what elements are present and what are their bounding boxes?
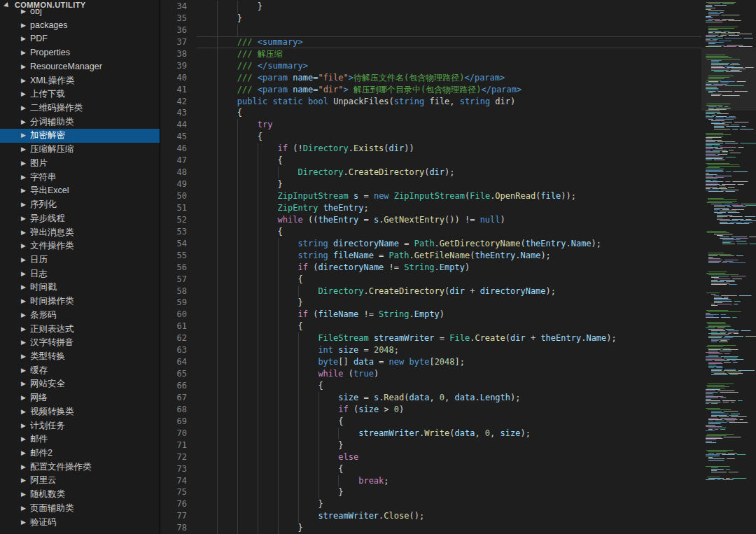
code-line[interactable]: 75 } (160, 486, 701, 498)
sidebar-item-类型转换[interactable]: ▶类型转换 (0, 350, 160, 364)
sidebar-item-图片[interactable]: ▶图片 (0, 157, 160, 171)
code-line[interactable]: 46 if (!Directory.Exists(dir)) (160, 143, 701, 155)
minimap[interactable] (701, 0, 756, 534)
sidebar-item-压缩解压缩[interactable]: ▶压缩解压缩 (0, 143, 160, 157)
code-line[interactable]: 58 Directory.CreateDirectory(dir + direc… (160, 286, 701, 297)
explorer-sidebar: ▶obj▶packages▶PDF▶Properties▶ResourceMan… (0, 0, 160, 534)
code-line[interactable]: 43 { (160, 107, 701, 119)
sidebar-item-视频转换类[interactable]: ▶视频转换类 (0, 405, 160, 419)
sidebar-item-ResourceManager[interactable]: ▶ResourceManager (0, 60, 160, 74)
sidebar-item-导出Excel[interactable]: ▶导出Excel (0, 184, 160, 198)
code-line[interactable]: 67 size = s.Read(data, 0, data.Length); (160, 392, 701, 404)
code-line[interactable]: 36 (160, 24, 701, 36)
code-line[interactable]: 56 if (directoryName != String.Empty) (160, 262, 701, 274)
sidebar-item-文件操作类[interactable]: ▶文件操作类 (0, 239, 160, 253)
sidebar-item-计划任务[interactable]: ▶计划任务 (0, 419, 160, 433)
sidebar-item-序列化[interactable]: ▶序列化 (0, 198, 160, 212)
code-line[interactable]: 38 /// 解压缩 (160, 48, 701, 60)
sidebar-item-日志[interactable]: ▶日志 (0, 267, 160, 281)
code-line[interactable]: 39 /// </summary> (160, 60, 701, 72)
sidebar-item-加密解密[interactable]: ▶加密解密 (0, 129, 160, 143)
sidebar-item-随机数类[interactable]: ▶随机数类 (0, 488, 160, 502)
code-line[interactable]: 47 { (160, 155, 701, 167)
code-line[interactable]: 65 while (true) (160, 368, 701, 380)
code-line[interactable]: 70 streamWriter.Write(data, 0, size); (160, 428, 701, 440)
code-line[interactable]: 76 } (160, 498, 701, 510)
sidebar-item-label: 导出Excel (30, 184, 69, 198)
sidebar-item-邮件2[interactable]: ▶邮件2 (0, 447, 160, 461)
line-number: 72 (160, 451, 197, 463)
code-line[interactable]: 54 string directoryName = Path.GetDirect… (160, 238, 701, 250)
sidebar-item-字符串[interactable]: ▶字符串 (0, 171, 160, 185)
sidebar-item-label: 序列化 (30, 198, 57, 212)
code-line[interactable]: 60 if (fileName != String.Empty) (160, 309, 701, 321)
code-line[interactable]: 37 /// <summary> (160, 36, 701, 48)
code-line[interactable]: 74 break; (160, 475, 701, 487)
chevron-right-icon: ▶ (21, 19, 28, 33)
sidebar-item-页面辅助类[interactable]: ▶页面辅助类 (0, 502, 160, 516)
sidebar-item-分词辅助类[interactable]: ▶分词辅助类 (0, 115, 160, 129)
sidebar-item-汉字转拼音[interactable]: ▶汉字转拼音 (0, 336, 160, 350)
code-line[interactable]: 66 { (160, 380, 701, 392)
code-line[interactable]: 72 else (160, 451, 701, 463)
code-line[interactable]: 53 { (160, 226, 701, 238)
sidebar-item-时间操作类[interactable]: ▶时间操作类 (0, 295, 160, 309)
sidebar-item-上传下载[interactable]: ▶上传下载 (0, 87, 160, 101)
sidebar-item-packages[interactable]: ▶packages (0, 19, 160, 33)
sidebar-item-邮件[interactable]: ▶邮件 (0, 433, 160, 447)
code-line[interactable]: 45 { (160, 131, 701, 143)
code-line[interactable]: 35 } (160, 13, 701, 24)
sidebar-item-条形码[interactable]: ▶条形码 (0, 309, 160, 323)
code-line[interactable]: 48 Directory.CreateDirectory(dir); (160, 167, 701, 178)
code-line[interactable]: 44 try (160, 119, 701, 131)
code-line[interactable]: 57 { (160, 274, 701, 286)
code-line[interactable]: 49 } (160, 178, 701, 190)
code-line[interactable]: 69 { (160, 416, 701, 428)
code-line[interactable]: 61 { (160, 321, 701, 332)
sidebar-item-阿里云[interactable]: ▶阿里云 (0, 474, 160, 488)
code-line[interactable]: 42 public static bool UnpackFiles(string… (160, 96, 701, 108)
sidebar-item-缓存[interactable]: ▶缓存 (0, 364, 160, 378)
code-line-content: /// 解压缩 (197, 48, 701, 60)
code-line[interactable]: 64 byte[] data = new byte[2048]; (160, 356, 701, 368)
sidebar-item-二维码操作类[interactable]: ▶二维码操作类 (0, 101, 160, 115)
chevron-right-icon: ▶ (21, 309, 28, 323)
code-line-content: } (197, 498, 701, 510)
code-line[interactable]: 77 streamWriter.Close(); (160, 510, 701, 522)
code-line[interactable]: 62 FileStream streamWriter = File.Create… (160, 332, 701, 344)
sidebar-item-网站安全[interactable]: ▶网站安全 (0, 377, 160, 391)
code-line[interactable]: 51 ZipEntry theEntry; (160, 202, 701, 214)
code-line[interactable]: 71 } (160, 440, 701, 451)
sidebar-item-正则表达式[interactable]: ▶正则表达式 (0, 323, 160, 337)
code-line[interactable]: 59 } (160, 297, 701, 309)
chevron-right-icon: ▶ (21, 502, 28, 516)
sidebar-item-弹出消息类[interactable]: ▶弹出消息类 (0, 226, 160, 240)
sidebar-item-网络[interactable]: ▶网络 (0, 391, 160, 405)
code-line[interactable]: 52 while ((theEntry = s.GetNextEntry()) … (160, 214, 701, 226)
code-line-content: } (197, 1, 701, 13)
sidebar-item-验证码[interactable]: ▶验证码 (0, 516, 160, 530)
sidebar-item-Properties[interactable]: ▶Properties (0, 46, 160, 60)
code-editor[interactable]: 34 }35 }3637 /// <summary>38 /// 解压缩39 /… (160, 0, 756, 534)
code-line[interactable]: 34 } (160, 1, 701, 13)
sidebar-item-时间戳[interactable]: ▶时间戳 (0, 281, 160, 295)
sidebar-item-XML操作类[interactable]: ▶XML操作类 (0, 74, 160, 88)
code-text: while (true) (197, 368, 701, 380)
code-text: /// </summary> (197, 60, 701, 72)
code-line[interactable]: 41 /// <param name="dir"> 解压到哪个目录中(包含物理路… (160, 84, 701, 96)
project-root-header[interactable]: COMMON.UTILITY (0, 0, 160, 9)
code-line[interactable]: 78 } (160, 522, 701, 534)
line-number: 76 (160, 498, 197, 510)
sidebar-item-PDF[interactable]: ▶PDF (0, 32, 160, 46)
code-line[interactable]: 55 string fileName = Path.GetFileName(th… (160, 250, 701, 262)
code-text: break; (197, 475, 701, 487)
sidebar-item-异步线程[interactable]: ▶异步线程 (0, 212, 160, 226)
sidebar-item-日历[interactable]: ▶日历 (0, 253, 160, 267)
code-line[interactable]: 63 int size = 2048; (160, 344, 701, 356)
code-line[interactable]: 50 ZipInputStream s = new ZipInputStream… (160, 190, 701, 202)
code-line[interactable]: 40 /// <param name="file">待解压文件名(包含物理路径)… (160, 72, 701, 84)
sidebar-item-配置文件操作类[interactable]: ▶配置文件操作类 (0, 461, 160, 475)
code-editor-window: ▶obj▶packages▶PDF▶Properties▶ResourceMan… (0, 0, 756, 534)
code-line[interactable]: 73 { (160, 463, 701, 475)
code-line[interactable]: 68 if (size > 0) (160, 404, 701, 416)
